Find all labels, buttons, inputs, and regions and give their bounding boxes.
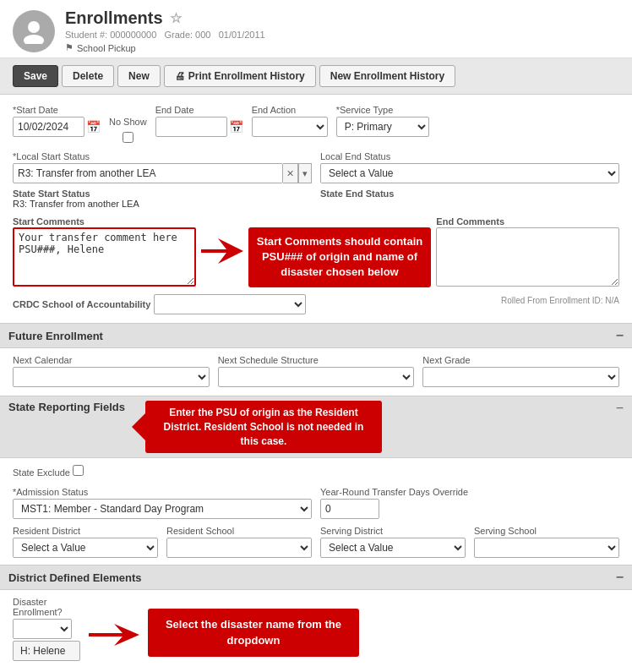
state-exclude-group: State Exclude [13,465,84,478]
resident-school-label: Resident School [166,526,312,536]
district-defined-section-header: District Defined Elements − [0,565,632,590]
disaster-enrollment-row: Disaster Enrollment? H: Helene Select th… [13,597,619,661]
local-end-status-label: Local End Status [320,151,619,161]
end-action-label: End Action [252,105,328,115]
end-action-select[interactable] [252,117,328,137]
disaster-enrollment-label: Disaster Enrollment? [13,597,80,617]
svg-point-1 [24,35,44,44]
state-exclude-row: State Exclude [13,465,619,478]
svg-point-0 [28,21,40,33]
save-button[interactable]: Save [13,65,58,87]
disaster-left-arrow-icon [89,622,139,647]
state-reporting-callout-row: Enter the PSU of origin as the Resident … [132,401,382,453]
next-schedule-select[interactable] [218,367,415,387]
future-enrollment-section-header: Future Enrollment − [0,323,632,348]
date-row: *Start Date 📅 No Show End Date 📅 End Act… [13,105,619,143]
year-round-input[interactable] [320,499,379,519]
school-pickup: ⚑ School Pickup [65,42,619,53]
print-button[interactable]: 🖨 Print Enrollment History [164,65,316,87]
end-action-group: End Action [252,105,328,137]
crdc-select[interactable] [154,294,306,314]
next-calendar-label: Next Calendar [13,355,210,365]
callout-left-arrow-icon [132,413,145,440]
local-end-status-select[interactable]: Select a Value [320,163,619,183]
collapse-district-icon[interactable]: − [616,570,624,585]
local-start-status-dropdown[interactable]: ▾ [298,163,312,183]
next-calendar-select[interactable] [13,367,210,387]
crdc-row: CRDC School of Accountability Rolled Fro… [13,294,619,314]
no-show-group: No Show [109,117,147,143]
start-comments-textarea[interactable]: Your transfer comment here PSU###, Helen… [13,227,196,287]
local-start-status-group: *Local Start Status ✕ ▾ [13,151,312,183]
serving-district-select[interactable]: Select a Value [320,538,466,558]
state-exclude-checkbox[interactable] [73,465,84,476]
state-start-status-group: State Start Status R3: Transfer from ano… [13,188,312,209]
state-end-status-label: State End Status [320,188,619,199]
resident-district-select[interactable]: Select a Value [13,538,158,558]
start-comments-arrow [201,234,243,268]
serving-school-group: Serving School [474,526,619,558]
end-comments-group: End Comments [436,216,619,289]
resident-district-group: Resident District Select a Value [13,526,158,558]
start-comments-label: Start Comments [13,216,84,227]
disaster-enrollment-select[interactable] [13,619,72,639]
serving-district-group: Serving District Select a Value [320,526,466,558]
end-calendar-icon[interactable]: 📅 [229,120,243,134]
serving-school-select[interactable] [474,538,619,558]
new-enrollment-history-button[interactable]: New Enrollment History [319,65,455,87]
admission-status-label: *Admission Status [13,487,312,497]
state-start-status-value: R3: Transfer from another LEA [13,199,312,209]
end-date-input[interactable] [155,117,227,137]
next-grade-group: Next Grade [422,355,619,387]
disaster-enrollment-group: Disaster Enrollment? H: Helene [13,597,80,661]
disaster-arrow-wrapper [89,622,139,647]
disaster-option-item[interactable]: H: Helene [13,641,80,661]
end-date-label: End Date [155,105,243,115]
new-button[interactable]: New [117,65,161,87]
form-area: *Start Date 📅 No Show End Date 📅 End Act… [0,95,632,671]
next-schedule-label: Next Schedule Structure [218,355,415,365]
toolbar: Save Delete New 🖨 Print Enrollment Histo… [0,58,632,95]
state-reporting-header: State Reporting Fields Enter the PSU of … [0,396,632,458]
state-end-status-group: State End Status [320,188,619,199]
start-date-input[interactable] [13,117,84,137]
delete-button[interactable]: Delete [62,65,114,87]
page-title: Enrollments ☆ [65,8,619,28]
admission-status-group: *Admission Status MST1: Member - Standar… [13,487,312,519]
state-exclude-label: State Exclude [13,467,70,478]
admission-status-select[interactable]: MST1: Member - Standard Day Program [13,499,312,519]
end-date-field: 📅 [155,117,243,137]
state-start-status-label: State Start Status [13,188,312,199]
star-icon[interactable]: ☆ [170,10,182,26]
clear-local-start-status[interactable]: ✕ [283,163,298,183]
local-start-status-input[interactable] [13,163,283,183]
start-comments-group: Start Comments Your transfer comment her… [13,216,196,289]
local-status-row: *Local Start Status ✕ ▾ Local End Status… [13,151,619,183]
calendar-icon[interactable]: 📅 [86,120,101,134]
rolled-from-group: Rolled From Enrollment ID: N/A [320,294,619,306]
no-show-checkbox[interactable] [109,132,147,143]
local-end-status-group: Local End Status Select a Value [320,151,619,183]
year-round-group: Year-Round Transfer Days Override [320,487,619,519]
end-comments-textarea[interactable] [436,227,619,287]
service-type-select[interactable]: P: Primary [336,117,429,137]
next-grade-select[interactable] [422,367,619,387]
collapse-state-reporting-icon[interactable]: − [616,401,624,453]
svg-marker-3 [89,624,139,646]
next-schedule-group: Next Schedule Structure [218,355,415,387]
page-header: Enrollments ☆ Student #: 000000000 Grade… [0,0,632,58]
local-start-status-field: ✕ ▾ [13,163,312,183]
crdc-label: CRDC School of Accountability [13,299,150,309]
state-reporting-callout: Enter the PSU of origin as the Resident … [145,401,382,453]
header-info: Enrollments ☆ Student #: 000000000 Grade… [65,8,619,53]
end-comments-label: End Comments [436,216,504,227]
disaster-dropdown-callout: Select the disaster name from the dropdo… [148,609,359,656]
collapse-future-icon[interactable]: − [616,328,624,343]
comments-row: Start Comments Your transfer comment her… [13,216,619,289]
next-grade-label: Next Grade [422,355,619,365]
avatar [13,10,55,52]
future-enrollment-row: Next Calendar Next Schedule Structure Ne… [13,355,619,387]
start-comments-callout: Start Comments should contain PSU### of … [248,227,432,287]
resident-school-select[interactable] [166,538,312,558]
service-type-label: *Service Type [336,105,429,115]
